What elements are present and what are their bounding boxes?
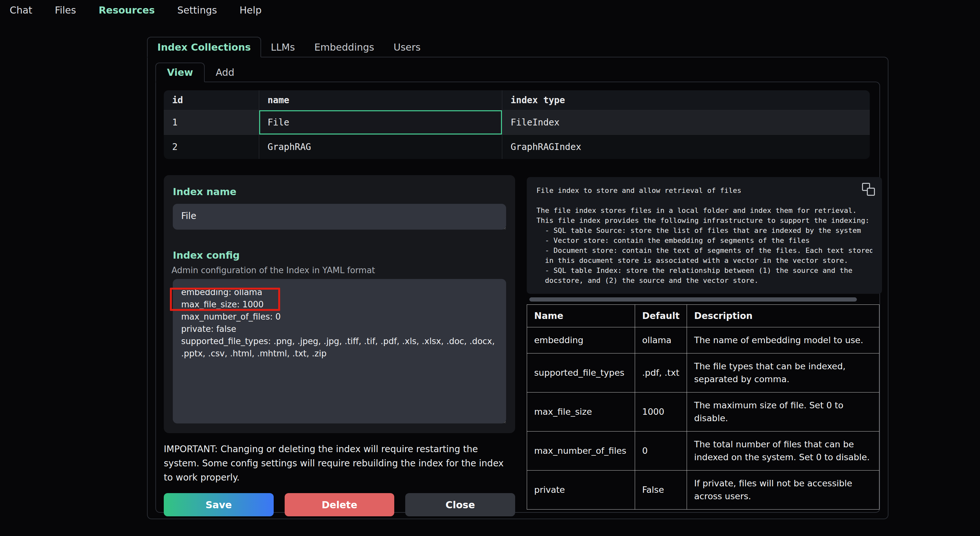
param-default: 0 bbox=[635, 432, 687, 471]
index-config-input[interactable]: embedding: ollama max_file_size: 1000 ma… bbox=[173, 279, 506, 423]
param-name: supported_file_types bbox=[527, 354, 635, 392]
table-header-row: id name index type bbox=[164, 90, 870, 110]
index-edit-form: Index name File Index config Admin confi… bbox=[164, 175, 515, 516]
cell-id[interactable]: 1 bbox=[164, 110, 259, 134]
index-config-help: Admin configuration of the Index in YAML… bbox=[172, 265, 506, 275]
nav-item-chat[interactable]: Chat bbox=[10, 5, 32, 16]
param-name: max_number_of_files bbox=[527, 432, 635, 471]
tab-embeddings[interactable]: Embeddings bbox=[305, 37, 384, 57]
tab-view[interactable]: View bbox=[155, 62, 205, 82]
table-row: 1 File FileIndex bbox=[164, 110, 870, 134]
params-row: max_number_of_files 0 The total number o… bbox=[527, 432, 880, 471]
column-header-id: id bbox=[164, 90, 259, 110]
column-header-index-type: index type bbox=[502, 90, 870, 110]
index-name-input[interactable]: File bbox=[173, 204, 506, 230]
docstring-text: File index to store and allow retrieval … bbox=[536, 185, 872, 286]
nav-item-help[interactable]: Help bbox=[240, 5, 261, 16]
param-description: If private, files will not be accessible… bbox=[687, 471, 880, 510]
cell-id[interactable]: 2 bbox=[164, 135, 259, 159]
copy-icon-front-square bbox=[867, 188, 875, 196]
important-note: IMPORTANT: Changing or deleting the inde… bbox=[164, 442, 512, 485]
close-button[interactable]: Close bbox=[405, 493, 515, 516]
resources-tabbar: Index Collections LLMs Embeddings Users bbox=[147, 37, 888, 57]
horizontal-scrollbar[interactable] bbox=[529, 297, 857, 302]
params-row: max_file_size 1000 The maximum size of f… bbox=[527, 392, 880, 432]
cell-index-type[interactable]: FileIndex bbox=[502, 110, 870, 134]
docstring-card: File index to store and allow retrieval … bbox=[527, 177, 882, 294]
param-default: ollama bbox=[635, 327, 687, 354]
view-tab-body: id name index type 1 File FileIndex 2 Gr… bbox=[155, 81, 880, 513]
tab-users[interactable]: Users bbox=[384, 37, 430, 57]
param-default: .pdf, .txt bbox=[635, 354, 687, 392]
index-name-label: Index name bbox=[173, 186, 506, 197]
index-config-label: Index config bbox=[173, 250, 506, 261]
param-name: private bbox=[527, 471, 635, 510]
cell-index-type[interactable]: GraphRAGIndex bbox=[502, 135, 870, 159]
param-description: The file types that can be indexed, sepa… bbox=[687, 354, 880, 392]
params-column-default: Default bbox=[635, 305, 687, 327]
cell-name[interactable]: GraphRAG bbox=[259, 135, 502, 159]
params-row: embedding ollama The name of embedding m… bbox=[527, 327, 880, 354]
param-default: 1000 bbox=[635, 392, 687, 432]
nav-item-files[interactable]: Files bbox=[55, 5, 76, 16]
param-description: The total number of files that can be in… bbox=[687, 432, 880, 471]
cell-name-selected[interactable]: File bbox=[259, 110, 502, 134]
view-add-tabbar: View Add bbox=[155, 62, 880, 82]
nav-item-settings[interactable]: Settings bbox=[177, 5, 217, 16]
index-help-panel: File index to store and allow retrieval … bbox=[527, 175, 882, 516]
index-collections-body: View Add id name index type 1 File FileI… bbox=[147, 57, 888, 519]
index-collections-table: id name index type 1 File FileIndex 2 Gr… bbox=[164, 90, 870, 159]
content-columns: Index name File Index config Admin confi… bbox=[164, 175, 870, 516]
form-card: Index name File Index config Admin confi… bbox=[164, 175, 515, 433]
copy-icon[interactable] bbox=[862, 183, 875, 196]
resources-panel: Index Collections LLMs Embeddings Users … bbox=[147, 37, 888, 519]
params-table: Name Default Description embedding ollam… bbox=[527, 305, 880, 510]
column-header-name: name bbox=[259, 90, 502, 110]
params-column-name: Name bbox=[527, 305, 635, 327]
nav-item-resources[interactable]: Resources bbox=[99, 5, 155, 16]
save-button[interactable]: Save bbox=[164, 493, 274, 516]
tab-add[interactable]: Add bbox=[205, 62, 245, 82]
table-row: 2 GraphRAG GraphRAGIndex bbox=[164, 134, 870, 159]
param-name: max_file_size bbox=[527, 392, 635, 432]
param-name: embedding bbox=[527, 327, 635, 354]
tab-index-collections[interactable]: Index Collections bbox=[147, 37, 261, 57]
param-default: False bbox=[635, 471, 687, 510]
params-row: supported_file_types .pdf, .txt The file… bbox=[527, 354, 880, 392]
tab-llms[interactable]: LLMs bbox=[261, 37, 305, 57]
params-row: private False If private, files will not… bbox=[527, 471, 880, 510]
top-navigation: Chat Files Resources Settings Help bbox=[0, 0, 980, 20]
params-column-description: Description bbox=[687, 305, 880, 327]
params-header-row: Name Default Description bbox=[527, 305, 880, 327]
param-description: The name of embedding model to use. bbox=[687, 327, 880, 354]
param-description: The maximum size of file. Set 0 to disab… bbox=[687, 392, 880, 432]
delete-button[interactable]: Delete bbox=[285, 493, 395, 516]
action-buttons: Save Delete Close bbox=[164, 493, 515, 516]
